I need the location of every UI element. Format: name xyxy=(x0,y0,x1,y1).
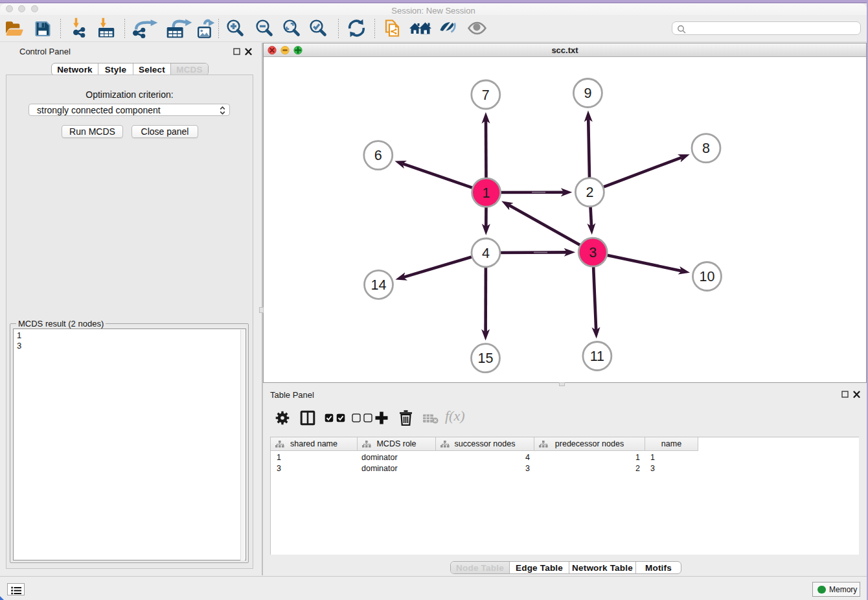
svg-text:9: 9 xyxy=(584,86,591,101)
svg-text:8: 8 xyxy=(702,141,710,156)
svg-text:3: 3 xyxy=(589,245,597,260)
svg-text:15: 15 xyxy=(478,351,494,366)
svg-text:10: 10 xyxy=(700,269,715,284)
svg-text:7: 7 xyxy=(482,87,490,103)
svg-text:6: 6 xyxy=(374,148,382,163)
svg-text:11: 11 xyxy=(590,349,604,364)
svg-text:4: 4 xyxy=(482,246,490,261)
svg-text:2: 2 xyxy=(586,185,593,200)
svg-text:1: 1 xyxy=(483,185,490,201)
svg-text:14: 14 xyxy=(371,277,387,293)
